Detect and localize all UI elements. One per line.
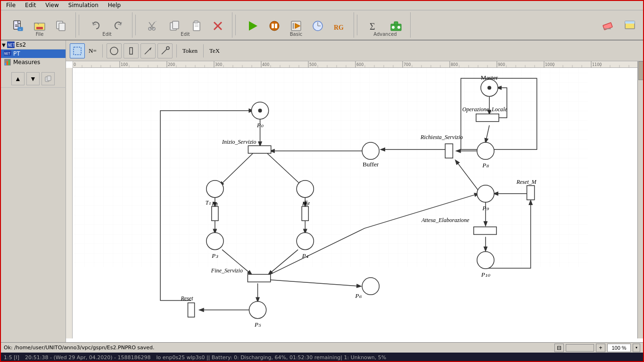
label-richiesta: Richiesta_Servizio	[420, 134, 463, 140]
place-p5[interactable]	[249, 301, 266, 318]
svg-rect-52	[74, 47, 81, 55]
svg-point-53	[110, 47, 118, 55]
zoom-slider[interactable]	[566, 344, 594, 352]
zoom-input[interactable]	[607, 344, 631, 352]
zoom-dropdown[interactable]: ▾	[633, 344, 640, 352]
petri-net-diagram[interactable]: P₀ P₁ P₂ P₃ P₄ P₅ P₆ Buffer P₈	[73, 68, 637, 338]
statusbar: Ok: /home/user/UNITO/anno3/vpc/gspn/Es2.…	[0, 342, 644, 353]
tree-arrow: ▼	[2, 42, 6, 48]
label-operazione: Operazione_Locale	[462, 106, 508, 113]
svg-text:0: 0	[74, 63, 76, 67]
zoom-controls: ⊟ + ▾	[554, 344, 640, 352]
sidebar-item-pt[interactable]: NET PT	[0, 49, 66, 58]
place-tool[interactable]	[107, 43, 122, 58]
zoom-plus-button[interactable]: +	[596, 344, 605, 352]
svg-rect-47	[5, 63, 6, 65]
duplicate-button[interactable]	[51, 16, 72, 36]
select-tool[interactable]	[70, 43, 85, 58]
tree-header[interactable]: ▼ NET Es2	[0, 41, 66, 49]
transition-reset[interactable]	[188, 303, 195, 317]
left-panel: ▼ NET Es2 NET PT Measures ▲	[0, 41, 66, 345]
place-p3[interactable]	[206, 232, 223, 249]
svg-rect-35	[394, 22, 398, 25]
sysinfo-label: lo enp0s25 wlp3s0 || Battery: 0: Dischar…	[156, 354, 386, 361]
label-master: Master	[481, 74, 498, 81]
run-button[interactable]	[242, 16, 263, 36]
token-label: Token	[182, 47, 198, 55]
ruler-left	[66, 68, 73, 338]
sidebar-net-icon: NET	[4, 50, 11, 57]
measure-button[interactable]	[307, 16, 328, 36]
transition-richiesta[interactable]	[445, 144, 453, 158]
delete-button[interactable]	[207, 16, 228, 36]
inhibitor-tool[interactable]	[157, 43, 173, 58]
svg-text:700: 700	[404, 63, 411, 67]
svg-point-23	[270, 21, 279, 31]
sidebar-pt-label: PT	[13, 50, 20, 57]
menu-help[interactable]: Help	[104, 0, 125, 10]
svg-text:NET: NET	[4, 52, 10, 56]
move-up-button[interactable]: ▲	[11, 72, 25, 85]
place-p10[interactable]	[477, 252, 494, 269]
copy-item-button[interactable]	[41, 72, 55, 85]
svg-text:+: +	[19, 28, 21, 31]
label-p9: P₉	[482, 205, 489, 212]
transition-reset-m[interactable]	[527, 186, 535, 200]
place-p8[interactable]	[477, 142, 494, 159]
tex-label: TeX	[209, 47, 220, 55]
side-actions: ▲ ▼	[0, 70, 66, 88]
svg-text:100: 100	[121, 63, 128, 67]
zoom-fit-button[interactable]: ⊟	[554, 344, 564, 352]
place-p2[interactable]	[297, 181, 314, 197]
place-p9[interactable]	[477, 185, 494, 202]
label-p4: P₄	[302, 252, 309, 259]
menu-file[interactable]: File	[2, 0, 20, 10]
menu-edit[interactable]: Edit	[21, 0, 40, 10]
svg-rect-137	[73, 68, 587, 267]
transition-fine[interactable]	[248, 274, 270, 282]
tree-icon: NET	[7, 41, 15, 48]
canvas-inner: P₀ P₁ P₂ P₃ P₄ P₅ P₆ Buffer P₈	[73, 68, 637, 338]
transition-t1[interactable]	[212, 206, 218, 221]
transition-t2[interactable]	[302, 206, 308, 221]
svg-text:900: 900	[498, 63, 505, 67]
cut-button[interactable]	[142, 16, 163, 36]
transition-tool[interactable]	[124, 43, 139, 58]
place-p4[interactable]	[297, 232, 314, 249]
menubar: File Edit View Simulation Help	[0, 0, 644, 10]
svg-rect-25	[275, 24, 277, 28]
position-label: 1:5 [I]	[4, 354, 19, 361]
arc-tool[interactable]	[140, 43, 156, 58]
place-buffer[interactable]	[362, 142, 379, 159]
svg-line-57	[162, 49, 167, 54]
svg-point-37	[397, 26, 400, 29]
scroll-thumb-y[interactable]	[638, 61, 644, 80]
transition-inizio[interactable]	[248, 146, 271, 153]
menu-view[interactable]: View	[41, 0, 63, 10]
svg-rect-54	[130, 48, 132, 54]
svg-rect-41	[625, 21, 635, 24]
label-p0: P₀	[256, 122, 264, 129]
menu-simulation[interactable]: Simulation	[64, 0, 103, 10]
label-t2: T₂	[304, 199, 310, 206]
canvas-area[interactable]: /* ruler ticks drawn by JS below */ 0100…	[66, 61, 644, 345]
rg-button[interactable]: RG	[329, 16, 350, 36]
svg-text:NET: NET	[8, 43, 15, 48]
datetime-label: 20:51:38 - (Wed 29 Apr, 04.2020) - 15881…	[25, 354, 150, 361]
place-p1[interactable]	[206, 181, 223, 197]
transition-attesa[interactable]	[474, 227, 496, 234]
label-p5: P₅	[254, 321, 261, 328]
settings-button[interactable]	[619, 15, 640, 35]
sidebar-item-measures[interactable]: Measures	[0, 58, 66, 66]
edit-group-label: Edit	[102, 32, 111, 37]
record-button[interactable]	[264, 16, 285, 36]
move-down-button[interactable]: ▼	[26, 72, 40, 85]
new-button[interactable]: +	[8, 16, 28, 36]
place-p6[interactable]	[362, 278, 379, 295]
eraser-button[interactable]	[597, 15, 618, 35]
transition-operazione[interactable]	[476, 114, 499, 122]
scroll-y[interactable]	[637, 61, 644, 338]
label-buffer: Buffer	[363, 161, 379, 168]
svg-point-36	[392, 26, 395, 29]
measures-icon	[4, 59, 11, 66]
